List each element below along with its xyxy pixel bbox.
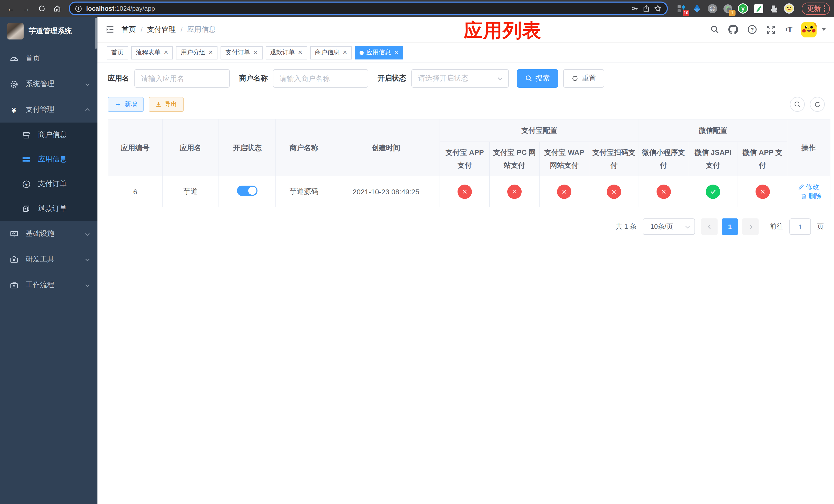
sidebar-item-system[interactable]: 系统管理 [0, 71, 97, 97]
sidebar-item-infrastructure[interactable]: 基础设施 [0, 221, 97, 247]
extensions-puzzle-icon[interactable] [768, 3, 779, 14]
sidebar-item-app-info[interactable]: 应用信息 [0, 147, 97, 172]
tag-pay-orders[interactable]: 支付订单✕ [221, 46, 262, 59]
store-icon [22, 131, 31, 139]
sidebar-item-payment[interactable]: ¥ 支付管理 [0, 97, 97, 122]
tag-refund-orders[interactable]: 退款订单✕ [265, 46, 307, 59]
browser-reload-icon[interactable] [35, 2, 48, 15]
edit-link[interactable]: 修改 [798, 183, 819, 192]
cell-alipay-pc-status [489, 176, 539, 207]
goto-page-input[interactable] [789, 219, 811, 235]
col-alipay-qr: 支付宝扫码支付 [589, 142, 639, 176]
extension-emoji-icon[interactable] [784, 3, 794, 14]
page-number-1[interactable]: 1 [722, 219, 738, 235]
delete-label: 删除 [808, 192, 822, 201]
fullscreen-icon[interactable] [766, 25, 775, 34]
url-text[interactable]: localhost:1024/pay/app [86, 5, 627, 12]
status-x-icon [656, 185, 671, 199]
document-copy-icon [22, 205, 31, 213]
close-icon[interactable]: ✕ [253, 49, 258, 56]
add-button[interactable]: ＋ 新增 [108, 97, 144, 112]
cell-alipay-wap-status [539, 176, 589, 207]
breadcrumb-home[interactable]: 首页 [122, 25, 136, 34]
sidebar-item-label: 研发工具 [26, 255, 78, 264]
merchant-name-input[interactable] [273, 69, 368, 88]
sidebar-item-home[interactable]: 首页 [0, 46, 97, 71]
search-button[interactable]: 搜索 [517, 69, 558, 88]
site-info-icon[interactable] [75, 5, 82, 12]
svg-text:¥: ¥ [25, 182, 27, 187]
export-button[interactable]: 导出 [149, 97, 184, 112]
show-search-button[interactable] [790, 97, 805, 112]
prev-page-button[interactable] [701, 219, 718, 235]
user-avatar[interactable] [801, 22, 816, 37]
avatar-caret-icon[interactable] [822, 28, 826, 31]
share-icon[interactable] [643, 5, 650, 12]
search-icon[interactable] [710, 25, 719, 34]
extension-y-icon[interactable]: y [738, 3, 748, 14]
status-select[interactable]: 请选择开启状态 [411, 69, 509, 88]
sidebar-scrollbar[interactable] [95, 18, 97, 49]
github-icon[interactable] [728, 25, 738, 35]
close-icon[interactable]: ✕ [394, 49, 398, 56]
page-size-select[interactable]: 10条/页 [643, 219, 695, 235]
browser-forward-icon[interactable]: → [20, 2, 33, 15]
extension-kite-icon[interactable] [692, 3, 702, 14]
sidebar-item-dev-tools[interactable]: 研发工具 [0, 247, 97, 272]
font-size-icon[interactable]: TT [785, 25, 792, 34]
close-icon[interactable]: ✕ [298, 49, 302, 56]
sidebar-item-workflow[interactable]: 工作流程 [0, 272, 97, 298]
col-group-wechat: 微信配置 [639, 119, 787, 142]
address-bar[interactable]: localhost:1024/pay/app [69, 2, 668, 15]
tag-merchant-info[interactable]: 商户信息✕ [310, 46, 352, 59]
help-icon[interactable]: ? [747, 25, 757, 35]
next-page-button[interactable] [742, 219, 759, 235]
status-toggle[interactable] [237, 186, 258, 196]
col-wechat-app: 微信 APP 支付 [738, 142, 787, 176]
browser-back-icon[interactable]: ← [4, 2, 18, 15]
extension-blocks-icon[interactable]: 10 [676, 3, 687, 14]
search-icon [794, 101, 801, 108]
browser-menu-kebab-icon[interactable] [824, 5, 825, 12]
browser-toolbar: ← → localhost:1024/pay/app [0, 0, 834, 17]
total-count: 共 1 条 [616, 222, 637, 231]
cell-status [219, 176, 276, 207]
tag-app-info[interactable]: 应用信息✕ [355, 46, 403, 59]
sidebar-item-refund-orders[interactable]: 退款订单 [0, 197, 97, 221]
browser-update-button[interactable]: 更新 [802, 2, 830, 15]
status-x-icon [507, 185, 522, 199]
cell-app-id: 6 [108, 176, 162, 207]
tag-home[interactable]: 首页 [107, 46, 128, 59]
browser-home-icon[interactable] [50, 2, 64, 15]
breadcrumb-payment[interactable]: 支付管理 [147, 25, 176, 34]
reset-button[interactable]: 重置 [563, 69, 604, 88]
grid-table-icon [22, 155, 31, 164]
tag-process-form[interactable]: 流程表单✕ [131, 46, 173, 59]
pagination: 共 1 条 10条/页 1 前往 [108, 219, 825, 235]
col-wechat-mini: 微信小程序支付 [639, 142, 688, 176]
status-label: 开启状态 [377, 74, 406, 83]
table-toolbar: ＋ 新增 导出 [108, 97, 825, 112]
delete-link[interactable]: 删除 [801, 192, 822, 201]
cell-app-name: 芋道 [162, 176, 219, 207]
extension-recorder-icon[interactable]: 1 [722, 3, 733, 14]
refresh-table-button[interactable] [810, 97, 825, 112]
extension-note-icon[interactable] [753, 3, 764, 14]
extension-badge: 1 [729, 10, 736, 16]
extension-command-icon[interactable]: ⌘ [707, 3, 718, 14]
cell-alipay-qr-status [589, 176, 639, 207]
sidebar-toggle-icon[interactable] [106, 25, 114, 34]
sidebar-item-label: 退款订单 [38, 204, 90, 213]
close-icon[interactable]: ✕ [163, 49, 168, 56]
sidebar-item-pay-orders[interactable]: ¥ 支付订单 [0, 172, 97, 197]
sidebar-item-merchant-info[interactable]: 商户信息 [0, 122, 97, 147]
close-icon[interactable]: ✕ [208, 49, 213, 56]
app-name-input[interactable] [134, 69, 230, 88]
password-key-icon[interactable] [631, 5, 639, 12]
page-content: 应用名 商户名称 开启状态 请选择开启状态 搜索 重置 [97, 63, 834, 504]
close-icon[interactable]: ✕ [343, 49, 347, 56]
chevron-down-icon [85, 81, 90, 87]
sidebar-logo[interactable]: 芋道管理系统 [0, 17, 97, 46]
bookmark-star-icon[interactable] [654, 5, 662, 12]
tag-user-group[interactable]: 用户分组✕ [176, 46, 218, 59]
